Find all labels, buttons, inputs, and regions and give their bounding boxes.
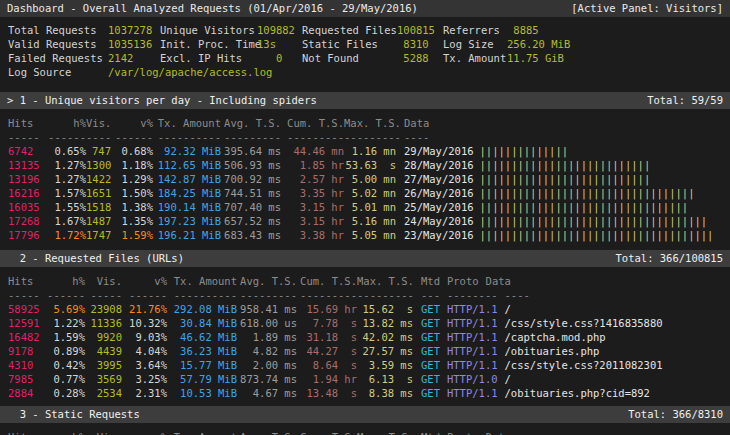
table-row[interactable]: 131351.27%13001.18%112.65 MiB506.93 ms1.… (0, 158, 730, 172)
cell: 13135 (0, 158, 44, 172)
cell: 1.85 hr (281, 158, 344, 172)
column-separator: --- (421, 288, 440, 302)
bar-chart: |||||||||||||| (480, 144, 569, 158)
table-row[interactable]: 43100.42%39953.64%15.77 MiB2.00 ms8.64 s… (0, 358, 730, 372)
cell: 1.38% (111, 200, 153, 214)
summary-label: Total Requests (8, 23, 108, 37)
protocol-value: HTTP/1.1 (447, 330, 498, 344)
cell: 44.46 mn (281, 144, 344, 158)
cell: 1.27% (44, 158, 86, 172)
url-value: /obituaries.php (505, 344, 600, 358)
cell: 5.69% (47, 302, 85, 316)
panel-table: Hitsh%Vis.v%Tx. AmountAvg. T.S.Cum. T.S.… (0, 274, 730, 400)
bar-chart: ||||||||||||||||||||||||||| (480, 172, 651, 186)
summary-label: Referrers (443, 23, 507, 37)
cell: 1.55% (44, 200, 86, 214)
cell: 1.22% (47, 316, 85, 330)
cell: 4.67 ms (237, 386, 297, 400)
column-header: Tx. Amount (167, 274, 237, 288)
table-row[interactable]: 131961.27%14221.29%142.87 MiB700.92 ms2.… (0, 172, 730, 186)
date-value: 24/May/2016 (404, 214, 474, 228)
column-header: Cum. T.S. (297, 274, 357, 288)
cell: 17796 (0, 228, 44, 242)
panels-container: > 1 - Unique visitors per day - Includin… (0, 92, 730, 435)
column-separator: --------- (344, 130, 396, 144)
summary-label: Excl. IP Hits (160, 51, 257, 65)
table-row[interactable]: 177961.72%17471.59%196.21 MiB683.43 ms3.… (0, 228, 730, 242)
table-row[interactable]: 162161.57%16511.50%184.25 MiB744.51 ms3.… (0, 186, 730, 200)
cell: 1.50% (111, 186, 153, 200)
cell: 31.18 s (297, 330, 357, 344)
column-separator: ------ (122, 288, 167, 302)
cell: 2.00 ms (237, 358, 297, 372)
app-title: Dashboard - Overall Analyzed Requests (0… (7, 0, 418, 17)
active-panel-status: [Active Panel: Visitors] (571, 0, 723, 17)
table-row[interactable]: 91780.89%44394.04%36.23 MiB4.82 ms44.27 … (0, 344, 730, 358)
cell: 1.18% (111, 158, 153, 172)
cell: 747 (86, 144, 111, 158)
method-value: GET (421, 330, 440, 344)
table-row[interactable]: 79850.77%35693.25%57.79 MiB873.74 ms1.94… (0, 372, 730, 386)
protocol-value: HTTP/1.1 (447, 344, 498, 358)
cell: 3.38 hr (281, 228, 344, 242)
table-row[interactable]: 164821.59%99209.03%46.62 MiB1.89 ms31.18… (0, 330, 730, 344)
table-row[interactable]: 125911.22%1133610.32%30.84 MiB618.00 us7… (0, 316, 730, 330)
cell: 7985 (0, 372, 47, 386)
table-row[interactable]: 160351.55%15181.38%190.14 MiB707.40 ms3.… (0, 200, 730, 214)
cell: 3.25% (122, 372, 167, 386)
table-row[interactable]: 589255.69%2390821.76%292.08 MiB958.41 ms… (0, 302, 730, 316)
cell: 292.08 MiB (167, 302, 237, 316)
method-value: GET (421, 372, 440, 386)
cell: 744.51 ms (221, 186, 281, 200)
column-separator: ------ (44, 130, 86, 144)
column-header: Vis. (85, 274, 122, 288)
active-panel-indicator-icon (7, 408, 20, 420)
cell: 0.42% (47, 358, 85, 372)
column-header: v% (122, 430, 167, 435)
separator-row: ----------------------------------------… (0, 130, 730, 144)
bar-chart: ||||||||||||||||||||||||||||||||||||| (480, 228, 714, 242)
cell: 16482 (0, 330, 47, 344)
method-value: GET (421, 316, 440, 330)
cell: 1.27% (44, 172, 86, 186)
table-row[interactable]: 28840.28%25342.31%10.53 MiB4.67 ms13.48 … (0, 386, 730, 400)
cell: 196.21 MiB (153, 228, 221, 242)
cell: 190.14 MiB (153, 200, 221, 214)
summary-label: Log Size (443, 37, 507, 51)
summary-value: 11.75 GiB (507, 51, 730, 65)
column-separator: ------ (47, 288, 85, 302)
cell: 1651 (86, 186, 111, 200)
column-separator: --------- (281, 130, 344, 144)
table-row[interactable]: 172681.67%14871.35%197.23 MiB657.52 ms3.… (0, 214, 730, 228)
separator-row: ----------------------------------------… (0, 288, 730, 302)
cell: 17268 (0, 214, 44, 228)
table-row[interactable]: 67420.65%7470.68%92.32 MiB395.64 ms44.46… (0, 144, 730, 158)
summary-value: 1037278 (108, 23, 160, 37)
cell: 8.38 ms (357, 386, 413, 400)
column-separator: ---- (505, 288, 530, 302)
summary-value: 8310 (397, 37, 443, 51)
summary-row: Log Source/var/log/apache/access.log (0, 65, 730, 79)
panel-header[interactable]: > 1 - Unique visitors per day - Includin… (0, 92, 730, 109)
cell: 1487 (86, 214, 111, 228)
cell: 9178 (0, 344, 47, 358)
panel-header[interactable]: 2 - Requested Files (URLs)Total: 366/100… (0, 250, 730, 267)
summary-row: Total Requests1037278Unique Visitors1098… (0, 23, 730, 37)
cell: 0.89% (47, 344, 85, 358)
cell: 16035 (0, 200, 44, 214)
cell: 13.82 ms (357, 316, 413, 330)
cell: 42.02 ms (357, 330, 413, 344)
url-value: /css/style.css?2011082301 (505, 358, 663, 372)
protocol-value: HTTP/1.1 (447, 358, 498, 372)
summary-label: Log Source (8, 65, 108, 79)
cell: 10.53 MiB (167, 386, 237, 400)
cell: 12591 (0, 316, 47, 330)
cell: 1.59% (111, 228, 153, 242)
panel-header[interactable]: 3 - Static RequestsTotal: 366/8310 (0, 406, 730, 423)
summary-value: 2142 (108, 51, 160, 65)
cell: 53.63 s (344, 158, 396, 172)
date-value: 27/May/2016 (404, 172, 474, 186)
panel-title-text: 3 - Static Requests (20, 408, 140, 420)
cell: 1.57% (44, 186, 86, 200)
column-header: Data (404, 116, 429, 130)
